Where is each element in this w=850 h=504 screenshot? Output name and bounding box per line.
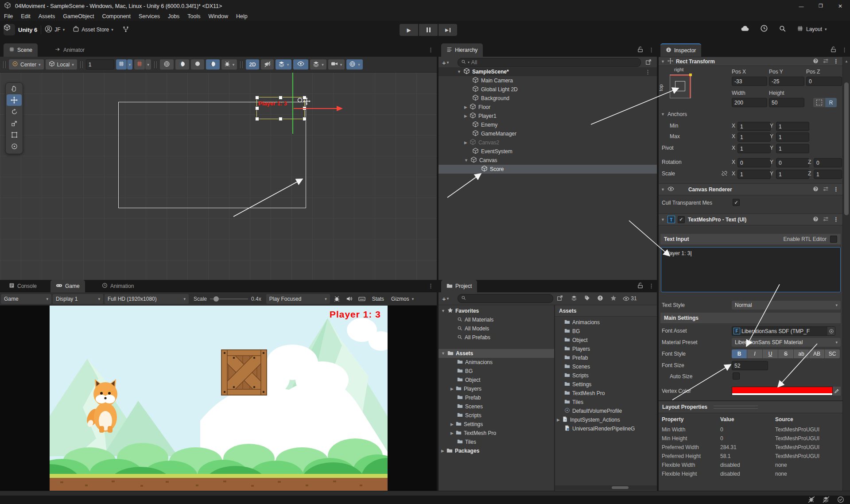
close-button[interactable]: ✕	[831, 0, 850, 12]
pivot-x-field[interactable]: 1	[737, 144, 771, 153]
pivot-y-field[interactable]: 1	[776, 144, 809, 153]
help-icon[interactable]	[813, 186, 819, 193]
project-assets-row-selected[interactable]: ▼ Assets	[439, 349, 554, 358]
resolution-dropdown[interactable]: Full HD (1920x1080)▾	[105, 294, 189, 304]
rotate-tool-button[interactable]	[6, 106, 23, 117]
pos-x-field[interactable]: -33	[732, 77, 767, 86]
link-broken-icon[interactable]	[721, 170, 728, 178]
tab-console[interactable]: Console	[4, 280, 42, 292]
foldout-closed-icon[interactable]: ▶	[464, 140, 467, 145]
lowercase-button[interactable]: ab	[794, 349, 809, 358]
inspector-kebab-icon[interactable]: ⋮	[842, 47, 847, 53]
foldout-closed-icon[interactable]: ▶	[464, 105, 467, 109]
game-target-dropdown[interactable]: Game▾	[1, 294, 51, 304]
tab-animator[interactable]: Animator	[50, 43, 90, 57]
lighting-toggle-button[interactable]	[175, 59, 189, 70]
font-size-field[interactable]: 52	[732, 361, 768, 370]
scale-slider[interactable]	[210, 296, 248, 302]
hidden-count[interactable]: 31	[623, 295, 637, 302]
grid-snap-button[interactable]	[116, 59, 127, 70]
scale-x-field[interactable]: 1	[737, 170, 771, 179]
hierarchy-row[interactable]: ▶Floor	[439, 103, 657, 112]
auto-size-checkbox[interactable]	[733, 372, 740, 380]
kebab-icon[interactable]: ⋮	[833, 186, 839, 193]
anchors-foldout[interactable]: ▼Anchors	[661, 111, 687, 117]
object-picker-button[interactable]	[827, 327, 835, 335]
asset-item[interactable]: Scripts	[555, 371, 657, 380]
project-favorite-item[interactable]: All Models	[439, 324, 554, 333]
project-tree-item[interactable]: Scripts	[439, 411, 554, 420]
menu-component[interactable]: Component	[98, 12, 135, 21]
presets-icon[interactable]	[823, 186, 829, 193]
rect-transform-header[interactable]: ▼ Rect Transform ⋮	[659, 57, 842, 66]
tmp-text-header[interactable]: ▼ T ✓ TextMeshPro - Text (UI) ⋮	[659, 213, 842, 225]
underline-button[interactable]: U	[763, 349, 778, 358]
tmp-text-area[interactable]: Player 1: 3|	[661, 247, 841, 292]
strikethrough-button[interactable]: S	[778, 349, 794, 358]
scale-z-field[interactable]: 1	[814, 170, 842, 179]
account-dropdown[interactable]: JF ▾	[45, 25, 65, 34]
transform-tool-button[interactable]	[6, 140, 23, 152]
pos-z-field[interactable]: 0	[806, 77, 842, 86]
2d-toggle-button[interactable]: 2D	[246, 59, 259, 70]
menu-window[interactable]: Window	[205, 12, 232, 21]
history-icon[interactable]	[760, 24, 768, 34]
shaded-mode-button[interactable]	[160, 59, 174, 70]
toolbar-handle[interactable]	[154, 61, 157, 68]
font-asset-object-field[interactable]: F LiberationSans SDF (TMP_F	[732, 326, 835, 336]
stats-button[interactable]: Stats	[369, 296, 387, 302]
project-tree-item[interactable]: Prefab	[439, 393, 554, 402]
project-favorite-item[interactable]: All Materials	[439, 315, 554, 324]
vertex-color-swatch[interactable]	[732, 387, 833, 395]
menu-jobs[interactable]: Jobs	[164, 12, 183, 21]
hierarchy-open-new-icon[interactable]	[645, 59, 652, 66]
height-field[interactable]: 50	[769, 98, 804, 107]
search-by-label-icon[interactable]	[584, 295, 590, 302]
hierarchy-lock-icon[interactable]	[637, 46, 644, 54]
help-icon[interactable]	[813, 58, 819, 65]
foldout-closed-icon[interactable]: ▶	[450, 422, 454, 426]
italic-button[interactable]: I	[747, 349, 763, 358]
rtl-toggle[interactable]	[830, 236, 837, 243]
foldout-open-icon[interactable]: ▼	[661, 187, 665, 192]
hand-tool-button[interactable]	[6, 83, 23, 94]
audio-mute-button[interactable]	[261, 59, 274, 70]
grid-size-field[interactable]: 1	[86, 59, 114, 70]
menu-help[interactable]: Help	[232, 12, 252, 21]
pause-button[interactable]	[419, 24, 438, 36]
help-icon[interactable]	[813, 216, 819, 223]
foldout-closed-icon[interactable]: ▶	[450, 431, 454, 435]
activity-ok-icon[interactable]	[837, 496, 844, 504]
tab-animation[interactable]: Animation	[97, 280, 139, 292]
project-packages-row[interactable]: ▶Packages	[439, 446, 554, 455]
inspector-scrollbar-thumb[interactable]	[844, 82, 849, 215]
tab-scene[interactable]: Scene	[4, 43, 38, 57]
eyedropper-button[interactable]	[833, 387, 841, 395]
hierarchy-add-dropdown[interactable]: +▾	[442, 59, 449, 66]
anchor-preset-button[interactable]	[670, 74, 691, 98]
game-audio-button[interactable]	[344, 295, 355, 302]
project-open-new-icon[interactable]	[557, 295, 563, 302]
moon-button[interactable]	[206, 59, 220, 70]
game-keyboard-button[interactable]	[356, 295, 368, 302]
canvas-renderer-header[interactable]: ▼ Canvas Renderer ⋮	[659, 183, 842, 195]
foldout-open-icon[interactable]: ▼	[441, 309, 445, 313]
foldout-open-icon[interactable]: ▼	[661, 59, 665, 64]
asset-item[interactable]: TextMesh Pro	[555, 389, 657, 398]
foldout-open-icon[interactable]: ▼	[464, 158, 468, 163]
menu-tools[interactable]: Tools	[183, 12, 204, 21]
rotation-z-field[interactable]: 0	[814, 158, 842, 167]
hierarchy-kebab-icon[interactable]: ⋮	[648, 47, 654, 53]
move-gizmo[interactable]	[248, 73, 363, 139]
hierarchy-row-scene[interactable]: ▼ SampleScene* ⋮	[439, 67, 657, 76]
tool-space-dropdown[interactable]: Local ▾	[46, 59, 77, 70]
project-tree-item[interactable]: ▶Players	[439, 384, 554, 393]
hierarchy-row[interactable]: Background	[439, 94, 657, 103]
rect-tool-button[interactable]	[6, 129, 23, 140]
width-field[interactable]: 200	[732, 98, 767, 107]
menu-edit[interactable]: Edit	[17, 12, 35, 21]
collab-layers-icon[interactable]	[823, 496, 829, 504]
main-settings-band[interactable]: Main Settings	[660, 313, 841, 323]
foldout-open-icon[interactable]: ▼	[661, 217, 665, 222]
game-view[interactable]: Player 1: 3	[0, 306, 437, 491]
